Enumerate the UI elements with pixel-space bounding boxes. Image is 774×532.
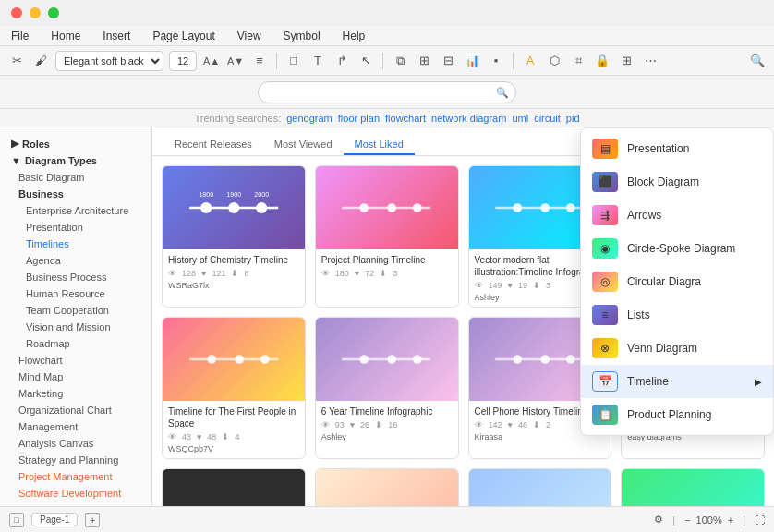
sidebar-enterprise[interactable]: Enterprise Architecture (0, 202, 151, 219)
sidebar-software-dev[interactable]: Software Development (0, 485, 151, 502)
sidebar-org-chart[interactable]: Organizational Chart (0, 402, 151, 418)
menu-help[interactable]: Help (339, 28, 369, 44)
search-icon[interactable]: 🔍 (748, 52, 767, 70)
sidebar-human-resource[interactable]: Human Resource (0, 285, 151, 302)
text-align-icon[interactable]: ≡ (250, 52, 269, 70)
sidebar-agenda[interactable]: Agenda (0, 252, 151, 269)
table-icon[interactable]: ⊞ (415, 52, 433, 70)
trending-floor-plan[interactable]: floor plan (338, 113, 380, 124)
trending-uml[interactable]: uml (512, 113, 528, 124)
sidebar-presentation[interactable]: Presentation (0, 219, 151, 236)
heart-icon: ♥ (197, 432, 201, 441)
sidebar-basic-diagram[interactable]: Basic Diagram (0, 169, 151, 186)
tab-most-liked[interactable]: Most Liked (344, 135, 415, 155)
text-decrease-icon[interactable]: A▼ (226, 52, 245, 70)
card-item[interactable]: 1800 1900 2000 History of Chemistry Time… (162, 165, 306, 308)
cursor-icon[interactable]: ↖ (357, 52, 375, 70)
font-select[interactable]: Elegant soft black (55, 51, 163, 71)
shapes-icon[interactable]: ⬡ (545, 52, 563, 70)
add-page-button[interactable]: + (85, 513, 100, 527)
cut-icon[interactable]: ✂ (7, 52, 26, 70)
sidebar-analysis-canvas[interactable]: Analysis Canvas (0, 435, 151, 452)
divider-bottom2: | (743, 514, 745, 526)
chart-icon[interactable]: 📊 (463, 52, 481, 70)
paintbrush-icon[interactable]: 🖌 (31, 52, 50, 70)
close-button[interactable] (11, 7, 22, 18)
sidebar-roadmap[interactable]: Roadmap (0, 335, 151, 352)
square-icon[interactable]: ▪ (487, 52, 505, 70)
text-increase-icon[interactable]: A▲ (202, 52, 221, 70)
zoom-out-icon[interactable]: − (684, 514, 690, 526)
sidebar-project-management[interactable]: Project Management (0, 468, 151, 485)
card-item[interactable]: Production Plan Timeline👁10 ♥1 ⬇1Kiraasa (315, 468, 459, 506)
lock-icon[interactable]: 🔒 (593, 52, 611, 70)
sidebar-marketing[interactable]: Marketing (0, 385, 151, 402)
dropdown-item-product-planning[interactable]: 📋Product Planning (581, 398, 773, 431)
sidebar-business-process[interactable]: Business Process (0, 269, 151, 285)
dropdown-item-lists[interactable]: ≡Lists (581, 298, 773, 332)
trending-genogram[interactable]: genogram (286, 113, 333, 124)
card-item[interactable]: Production Plan Timeline👁10 ♥1 ⬇1Kiraasa (468, 468, 612, 506)
dropdown-label: Circle-Spoke Diagram (627, 242, 735, 255)
dropdown-item-venn-diagram[interactable]: ⊗Venn Diagram (581, 332, 773, 365)
page-icon: □ (9, 513, 24, 527)
menu-file[interactable]: File (7, 28, 32, 44)
sidebar-flowchart[interactable]: Flowchart (0, 352, 151, 369)
card-item[interactable]: Timeline for The First People in Space👁4… (162, 317, 306, 459)
dropdown-item-circle-spoke-diagram[interactable]: ◉Circle-Spoke Diagram (581, 232, 773, 265)
card-item[interactable]: 6 Year Timeline Infographic👁93 ♥26 ⬇16As… (315, 317, 459, 459)
trending-network-diagram[interactable]: network diagram (431, 113, 506, 124)
align-icon[interactable]: ⊟ (439, 52, 457, 70)
tab-most-viewed[interactable]: Most Viewed (263, 135, 344, 155)
sidebar-team-cooperation[interactable]: Team Cooperation (0, 302, 151, 319)
dropdown-item-block-diagram[interactable]: ⬛Block Diagram (581, 165, 773, 199)
downloads-count: 6 (244, 269, 248, 278)
layers-icon[interactable]: ⧉ (391, 52, 409, 70)
card-item[interactable]: Project Planning Timeline👁180 ♥72 ⬇3 (315, 165, 459, 308)
crop-icon[interactable]: ⌗ (569, 52, 587, 70)
search-input[interactable] (258, 81, 516, 103)
zoom-in-icon[interactable]: + (728, 514, 733, 526)
menu-view[interactable]: View (234, 28, 265, 44)
sidebar-management[interactable]: Management (0, 418, 151, 435)
diagram-types-section[interactable]: ▼ Diagram Types (0, 152, 151, 169)
card-item[interactable]: Call of Duty (162, 468, 306, 506)
paint-bucket-icon[interactable]: A (521, 52, 539, 70)
svg-point-10 (413, 203, 422, 212)
grid-icon[interactable]: ⊞ (617, 52, 635, 70)
dropdown-label: Presentation (627, 142, 689, 155)
fullscreen-icon[interactable]: ⛶ (755, 514, 765, 526)
svg-text:2000: 2000 (254, 190, 269, 199)
maximize-button[interactable] (48, 7, 59, 18)
svg-point-9 (388, 203, 397, 212)
sidebar-strategy[interactable]: Strategy and Planning (0, 452, 151, 468)
downloads-count: 3 (546, 281, 550, 290)
sidebar-mind-map[interactable]: Mind Map (0, 369, 151, 385)
tab-recent-releases[interactable]: Recent Releases (163, 135, 263, 155)
trending-flowchart[interactable]: flowchart (385, 113, 426, 124)
minimize-button[interactable] (30, 7, 41, 18)
trending-pid[interactable]: pid (566, 113, 580, 124)
sidebar-timelines[interactable]: Timelines (0, 236, 151, 252)
dropdown-item-circular-diagra[interactable]: ◎Circular Diagra (581, 265, 773, 298)
page-tab[interactable]: Page-1 (31, 513, 78, 526)
dropdown-item-arrows[interactable]: ⇶Arrows (581, 199, 773, 232)
roles-section[interactable]: ▶ Roles (0, 135, 151, 152)
more-icon[interactable]: ⋯ (641, 52, 659, 70)
menu-home[interactable]: Home (47, 28, 84, 44)
menu-page-layout[interactable]: Page Layout (149, 28, 218, 44)
dropdown-item-timeline[interactable]: 📅Timeline▶ (581, 365, 773, 398)
settings-icon[interactable]: ⚙ (654, 514, 663, 526)
arrow-corner-icon[interactable]: ↱ (333, 52, 351, 70)
trending-circuit[interactable]: circuit (534, 113, 561, 124)
menu-insert[interactable]: Insert (99, 28, 134, 44)
dropdown-item-presentation[interactable]: ▤Presentation (581, 132, 773, 165)
rectangle-icon[interactable]: □ (284, 52, 303, 70)
card-item[interactable] (621, 468, 765, 506)
font-size-input[interactable] (169, 51, 197, 71)
sidebar-database-modeling[interactable]: Database Modeling (0, 502, 151, 506)
sidebar-business[interactable]: Business (0, 186, 151, 202)
text-icon[interactable]: T (308, 52, 327, 70)
menu-symbol[interactable]: Symbol (280, 28, 324, 44)
sidebar-vision-mission[interactable]: Vision and Mission (0, 319, 151, 335)
